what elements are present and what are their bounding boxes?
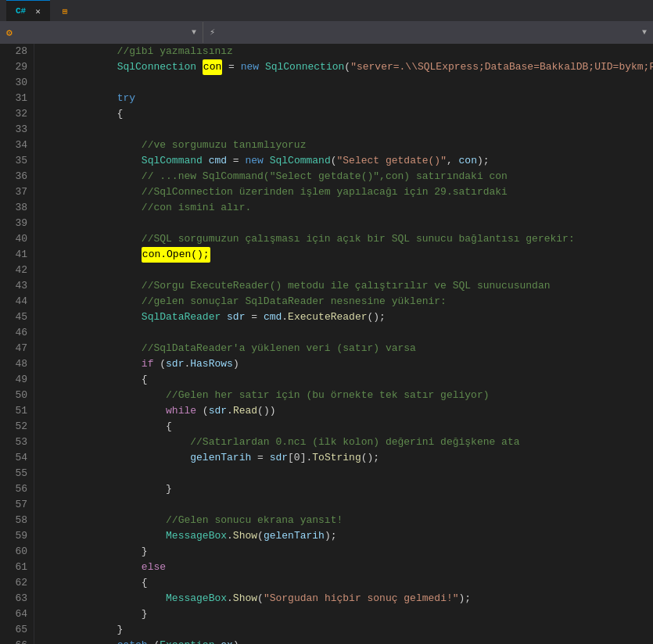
comment-token: //ve sorgumuzu tanımlıyoruz <box>142 138 307 153</box>
plain-token <box>214 638 221 644</box>
line-number: 49 <box>6 372 27 388</box>
plain-token: { <box>44 419 172 435</box>
plain-token <box>44 169 142 184</box>
plain-token: ( <box>257 528 264 544</box>
line-number: 64 <box>6 606 27 622</box>
comment-token: //Sorgu ExecuteReader() metodu ile çalış… <box>142 278 551 294</box>
plain-token <box>44 231 142 247</box>
line-number: 48 <box>6 356 27 372</box>
plain-token <box>259 59 265 75</box>
plain-token: } <box>44 481 172 497</box>
line-number: 40 <box>6 231 27 247</box>
plain-token <box>44 309 142 325</box>
line-number: 36 <box>6 169 27 184</box>
plain-token: ) <box>233 356 239 372</box>
code-line <box>44 497 653 513</box>
code-line: SqlDataReader sdr = cmd.ExecuteReader(); <box>44 309 653 325</box>
plain-token <box>44 638 117 644</box>
plain-token <box>44 560 142 575</box>
variable-token: sdr <box>166 356 184 372</box>
method-dropdown[interactable]: ⚡ ▼ <box>203 22 653 43</box>
line-number: 33 <box>6 122 27 138</box>
line-number: 31 <box>6 91 27 106</box>
line-number: 50 <box>6 388 27 403</box>
plain-token <box>44 247 142 263</box>
code-line: catch (Exception ex) <box>44 638 653 644</box>
code-line <box>44 216 653 231</box>
control-keyword-token: if <box>142 356 154 372</box>
plain-token: { <box>44 575 148 591</box>
close-icon[interactable]: ✕ <box>35 6 41 16</box>
code-line: //gibi yazmalısınız <box>44 44 653 59</box>
comment-token: //Satırlardan 0.ncı (ilk kolon) değerini… <box>190 435 519 450</box>
highlighted-token: con <box>203 59 222 75</box>
plain-token: ( <box>196 403 209 419</box>
variable-token: gelenTarih <box>190 450 251 466</box>
plain-token: ); <box>325 528 337 544</box>
comment-token: //con ismini alır. <box>142 200 251 216</box>
plain-token <box>44 513 166 528</box>
line-number: 55 <box>6 466 27 481</box>
plain-token <box>44 59 117 75</box>
code-line: else <box>44 560 653 575</box>
line-number: 62 <box>6 575 27 591</box>
code-line: //SqlConnection üzerinden işlem yapılaca… <box>44 184 653 200</box>
code-line: // ...new SqlCommand("Select getdate()",… <box>44 169 653 184</box>
plain-token <box>44 591 166 606</box>
plain-token: = <box>245 309 263 325</box>
plain-token: ( <box>153 356 166 372</box>
line-number: 35 <box>6 153 27 169</box>
keyword-token: new <box>241 59 259 75</box>
line-number: 37 <box>6 184 27 200</box>
variable-token: cmd <box>264 309 282 325</box>
class-dropdown[interactable]: ⚙ ▼ <box>0 22 203 43</box>
line-number: 52 <box>6 419 27 435</box>
line-number: 42 <box>6 263 27 278</box>
comment-token: // ...new SqlCommand("Select getdate()",… <box>142 169 508 184</box>
code-line: } <box>44 606 653 622</box>
plain-token <box>44 294 142 309</box>
code-line: //Gelen her satır için (bu örnekte tek s… <box>44 388 653 403</box>
string-token: "Sorgudan hiçbir sonuç gelmedi!" <box>264 591 459 606</box>
line-number: 60 <box>6 544 27 560</box>
tab-form1cs-design[interactable]: ⊞ <box>53 0 82 21</box>
plain-token: } <box>44 622 123 638</box>
variable-token: cmd <box>209 153 227 169</box>
line-number: 47 <box>6 341 27 356</box>
code-line: MessageBox.Show(gelenTarih); <box>44 528 653 544</box>
line-number: 54 <box>6 450 27 466</box>
tab-form1cs[interactable]: C# ✕ <box>6 0 50 21</box>
plain-token <box>44 91 117 106</box>
plain-token <box>203 153 209 169</box>
line-number: 44 <box>6 294 27 309</box>
code-line <box>44 75 653 91</box>
method-token: ToString <box>312 450 361 466</box>
line-number: 66 <box>6 638 27 644</box>
title-bar: C# ✕ ⊞ <box>0 0 653 22</box>
plain-token: [0]. <box>288 450 312 466</box>
plain-token <box>44 184 142 200</box>
plain-token <box>44 138 142 153</box>
type-token: SqlCommand <box>270 153 331 169</box>
plain-token: (); <box>368 309 386 325</box>
line-number: 38 <box>6 200 27 216</box>
plain-token: ); <box>459 591 472 606</box>
plain-token: . <box>184 356 190 372</box>
plain-token: { <box>44 372 148 388</box>
variable-token: sdr <box>270 450 288 466</box>
string-token: "server=.\\SQLExpress;DataBase=BakkalDB;… <box>350 59 653 75</box>
code-line: SqlCommand cmd = new SqlCommand("Select … <box>44 153 653 169</box>
plain-token: ( <box>257 591 264 606</box>
code-content-column[interactable]: //gibi yazmalısınız SqlConnection con = … <box>34 44 653 644</box>
plain-token <box>264 153 270 169</box>
plain-token <box>44 403 166 419</box>
code-line: { <box>44 372 653 388</box>
control-keyword-token: while <box>166 403 196 419</box>
type-token: SqlConnection <box>265 59 344 75</box>
type-token: Exception <box>160 638 214 644</box>
comment-token: //Gelen sonucu ekrana yansıt! <box>166 513 343 528</box>
code-line: MessageBox.Show("Sorgudan hiçbir sonuç g… <box>44 591 653 606</box>
code-line <box>44 325 653 341</box>
type-token: MessageBox <box>166 528 227 544</box>
plain-token <box>221 309 227 325</box>
